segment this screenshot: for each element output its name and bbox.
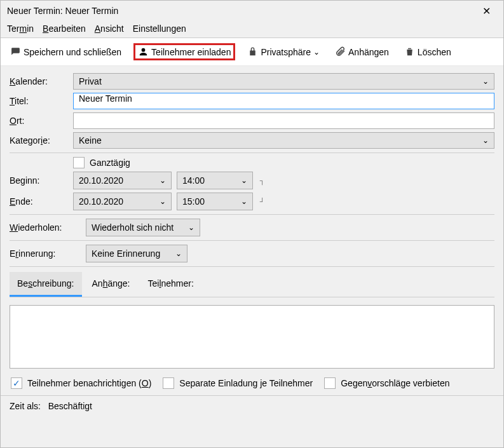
chevron-down-icon: ⌄ [160, 176, 166, 185]
chevron-down-icon: ⌄ [241, 176, 247, 185]
tabs: Beschreibung: Anhänge: Teilnehmer: [10, 272, 494, 297]
notify-checkbox[interactable] [11, 377, 22, 389]
counter-label: Gegenvorschläge verbieten [341, 378, 449, 388]
attach-button[interactable]: Anhängen [332, 44, 392, 59]
location-input[interactable] [73, 112, 494, 129]
chevron-down-icon: ⌄ [313, 48, 320, 57]
delete-button[interactable]: Löschen [401, 44, 454, 59]
window-title: Neuer Termin: Neuer Termin [7, 6, 118, 16]
status-value: Beschäftigt [48, 401, 92, 411]
title-value: Neuer Termin [79, 93, 132, 104]
chevron-down-icon: ⌄ [482, 77, 489, 86]
save-close-label: Speichern und schließen [24, 47, 121, 57]
category-select[interactable]: Keine ⌄ [73, 132, 494, 149]
start-date-input[interactable]: 20.10.2020 ⌄ [73, 172, 172, 189]
invite-label: Teilnehmer einladen [151, 47, 231, 57]
end-time-input[interactable]: 15:00 ⌄ [177, 193, 253, 210]
chevron-down-icon: ⌄ [482, 136, 489, 145]
end-date-value: 20.10.2020 [79, 196, 123, 207]
divider [10, 214, 494, 215]
category-value: Keine [79, 135, 102, 146]
repeat-select[interactable]: Wiederholt sich nicht ⌄ [86, 219, 200, 236]
privacy-button[interactable]: Privatsphäre ⌄ [244, 44, 323, 59]
attach-label: Anhängen [348, 47, 389, 57]
menu-termin[interactable]: Termin [7, 24, 34, 34]
tab-attachments[interactable]: Anhänge: [85, 272, 138, 297]
divider [10, 266, 494, 267]
start-label: Beginn: [10, 175, 73, 186]
tab-attendees[interactable]: Teilnehmer: [140, 272, 201, 297]
reminder-label: Erinnerung: [10, 248, 86, 259]
person-icon [138, 46, 149, 57]
counter-checkbox[interactable] [324, 377, 336, 389]
save-close-button[interactable]: Speichern und schließen [7, 44, 125, 59]
calendar-select[interactable]: Privat ⌄ [73, 73, 494, 90]
reminder-select[interactable]: Keine Erinnerung ⌄ [86, 245, 187, 262]
toolbar: Speichern und schließen Teilnehmer einla… [1, 38, 503, 66]
start-time-input[interactable]: 14:00 ⌄ [177, 172, 253, 189]
title-input[interactable]: Neuer Termin [73, 93, 494, 109]
divider [10, 153, 494, 153]
end-date-input[interactable]: 20.10.2020 ⌄ [73, 193, 172, 210]
end-time-value: 15:00 [182, 196, 205, 207]
form-area: Kalender: Privat ⌄ Titel: Neuer Termin O… [1, 66, 503, 395]
location-label: Ort: [10, 116, 73, 126]
calendar-value: Privat [79, 76, 102, 86]
status-label: Zeit als: [10, 401, 41, 411]
allday-label: Ganztägig [90, 158, 130, 168]
tab-description[interactable]: Beschreibung: [10, 272, 82, 297]
reminder-value: Keine Erinnerung [92, 248, 160, 259]
chevron-down-icon: ⌄ [160, 197, 166, 206]
separate-invite-checkbox[interactable] [163, 377, 174, 389]
notify-label: Teilnehmer benachrichtigen (O) [27, 378, 151, 388]
repeat-label: Wiederholen: [10, 222, 86, 233]
repeat-value: Wiederholt sich nicht [92, 222, 174, 233]
invite-attendees-button[interactable]: Teilnehmer einladen [133, 43, 235, 60]
chevron-down-icon: ⌄ [175, 249, 182, 258]
window-titlebar: Neuer Termin: Neuer Termin ✕ [1, 1, 503, 21]
chevron-down-icon: ⌄ [188, 223, 194, 232]
calendar-label: Kalender: [10, 76, 73, 86]
title-label: Titel: [10, 96, 73, 106]
start-time-value: 14:00 [182, 175, 205, 186]
status-bar: Zeit als: Beschäftigt [1, 395, 503, 416]
menu-bearbeiten[interactable]: Bearbeiten [43, 24, 86, 34]
paperclip-icon [335, 46, 346, 57]
link-time-icon: ┐ [257, 177, 268, 184]
allday-checkbox[interactable] [73, 157, 85, 168]
privacy-label: Privatsphäre [261, 47, 311, 57]
save-icon [10, 46, 21, 57]
menu-bar: Termin Bearbeiten Ansicht Einstellungen [1, 21, 503, 38]
trash-icon [404, 46, 415, 57]
start-date-value: 20.10.2020 [79, 175, 123, 186]
description-textarea[interactable] [10, 305, 494, 369]
divider [10, 240, 494, 241]
separate-label: Separate Einladung je Teilnehmer [179, 378, 313, 388]
category-label: Kategorie: [10, 135, 73, 146]
end-label: Ende: [10, 196, 73, 207]
menu-einstellungen[interactable]: Einstellungen [133, 24, 186, 34]
link-time-icon: ┘ [257, 198, 268, 205]
menu-ansicht[interactable]: Ansicht [95, 24, 124, 34]
chevron-down-icon: ⌄ [241, 197, 247, 206]
lock-icon [247, 46, 258, 57]
close-icon[interactable]: ✕ [476, 3, 497, 20]
bottom-options: Teilnehmer benachrichtigen (O) Separate … [10, 369, 494, 395]
delete-label: Löschen [418, 47, 451, 57]
